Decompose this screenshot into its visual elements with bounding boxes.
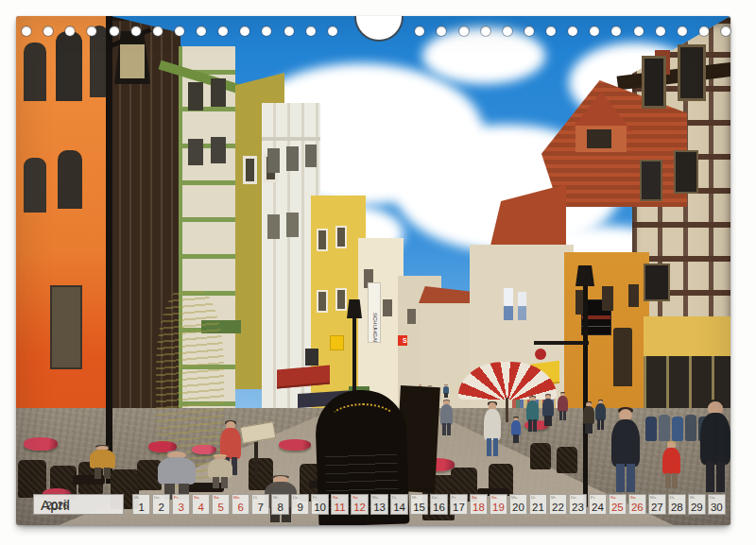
- person-bd: [158, 457, 196, 485]
- calendar-day-cell-11: Sa.11: [331, 494, 349, 515]
- calendar-day-strip: Mi.1Do.2Fr.3Sa.4So.5Mo.6Di.7Mi.8Do.9Fr.1…: [132, 494, 726, 515]
- weekday-label: Sa.: [472, 495, 477, 499]
- binding-hole: [459, 26, 469, 36]
- person-lg: [94, 468, 111, 479]
- weekday-label: Di.: [531, 495, 536, 499]
- day-number: 1: [133, 502, 149, 513]
- day-number: 28: [669, 502, 685, 513]
- pedestrian: [611, 407, 640, 492]
- pedestrian: [440, 400, 453, 435]
- pedestrian: [595, 400, 606, 430]
- calendar-day-cell-3: Fr.3: [172, 494, 190, 515]
- person-lg: [665, 473, 677, 489]
- person-lg: [597, 419, 604, 430]
- calendar-day-cell-15: Mi.15: [410, 494, 428, 515]
- weekday-label: Fr.: [313, 495, 318, 499]
- calendar-day-cell-27: Mo.27: [648, 494, 666, 515]
- calendar-day-cell-6: Mo.6: [232, 494, 249, 515]
- day-number: 5: [213, 502, 229, 513]
- calendar-day-cell-10: Fr.10: [311, 494, 329, 515]
- day-number: 30: [709, 502, 725, 513]
- pedestrian: [511, 417, 521, 443]
- binding-hole: [22, 26, 31, 36]
- calendar-day-cell-18: Sa.18: [470, 494, 488, 515]
- weekday-label: Di.: [253, 495, 258, 499]
- pedestrian: [558, 392, 568, 420]
- person-lg: [559, 411, 566, 420]
- day-number: 8: [272, 502, 288, 513]
- day-number: 9: [292, 502, 308, 513]
- day-number: 14: [391, 502, 407, 513]
- weekday-label: Mi.: [412, 495, 418, 499]
- day-number: 16: [431, 502, 447, 513]
- weekday-label: So.: [630, 495, 636, 499]
- calendar-day-cell-7: Di.7: [251, 494, 269, 515]
- calendar-day-cell-25: Sa.25: [609, 494, 627, 515]
- weekday-label: Do.: [432, 495, 438, 499]
- person-bd: [526, 400, 539, 420]
- weekday-label: Sa.: [610, 495, 616, 499]
- calendar-day-cell-22: Mi.22: [549, 494, 567, 515]
- pedestrian: [443, 384, 449, 398]
- day-number: 22: [550, 502, 566, 513]
- pedestrian: [90, 445, 115, 479]
- person-bd: [662, 448, 680, 474]
- person-bd: [90, 450, 115, 468]
- calendar-day-cell-28: Di.28: [668, 494, 686, 515]
- weekday-label: So.: [214, 495, 219, 499]
- person-bd: [208, 459, 232, 478]
- binding-hole: [131, 26, 141, 36]
- weekday-label: Fr.: [174, 495, 179, 499]
- day-number: 29: [689, 502, 705, 513]
- weekday-label: Fr.: [452, 495, 456, 499]
- weekday-label: Di.: [392, 495, 397, 499]
- person-bd: [558, 396, 568, 412]
- pedestrian: [158, 451, 196, 500]
- person-lg: [213, 477, 229, 488]
- calendar-day-cell-29: Mi.29: [688, 494, 706, 515]
- binding-hole: [175, 26, 184, 36]
- month-label-box: April 2026: [33, 494, 124, 515]
- binding-hole: [634, 26, 644, 36]
- day-number: 3: [173, 502, 189, 513]
- binding-hole: [721, 26, 730, 36]
- day-number: 17: [451, 502, 467, 513]
- person-lg: [528, 419, 536, 432]
- day-number: 2: [153, 502, 169, 513]
- person-lg: [585, 423, 593, 434]
- day-number: 26: [629, 502, 645, 513]
- day-number: 25: [610, 502, 626, 513]
- day-number: 6: [232, 502, 249, 513]
- person-lg: [487, 438, 498, 456]
- weekday-label: Sa.: [333, 495, 338, 499]
- calendar-day-cell-8: Mi.8: [271, 494, 289, 515]
- binding-hole: [328, 26, 337, 36]
- weekday-label: Mo.: [372, 495, 379, 499]
- weekday-label: Mo.: [233, 495, 240, 499]
- day-number: 4: [193, 502, 209, 513]
- weekday-label: Mi.: [134, 495, 140, 499]
- day-number: 11: [332, 502, 348, 513]
- person-lg: [444, 393, 448, 398]
- year-number: 2026: [46, 498, 68, 511]
- calendar-day-cell-17: Fr.17: [450, 494, 468, 515]
- weekday-label: Mi.: [551, 495, 557, 499]
- weekday-label: Do.: [571, 495, 577, 499]
- pedestrian: [700, 400, 730, 492]
- binding-hole: [524, 26, 534, 36]
- person-bd: [484, 409, 501, 439]
- binding-hole: [678, 26, 687, 36]
- person-bd: [511, 420, 521, 435]
- day-number: 24: [590, 502, 606, 513]
- day-number: 12: [352, 502, 368, 513]
- day-number: 18: [471, 502, 487, 513]
- calendar-day-cell-21: Di.21: [529, 494, 547, 515]
- binding-hole: [699, 26, 709, 36]
- calendar-day-cell-26: So.26: [628, 494, 646, 515]
- person-bd: [700, 413, 730, 465]
- binding-hole: [110, 26, 119, 36]
- calendar-page: SCHUHGALERIE S: [0, 0, 756, 545]
- menu-stand-pole: [254, 439, 258, 479]
- chalkboard-arc-text: [326, 403, 400, 445]
- binding-hole: [284, 26, 294, 36]
